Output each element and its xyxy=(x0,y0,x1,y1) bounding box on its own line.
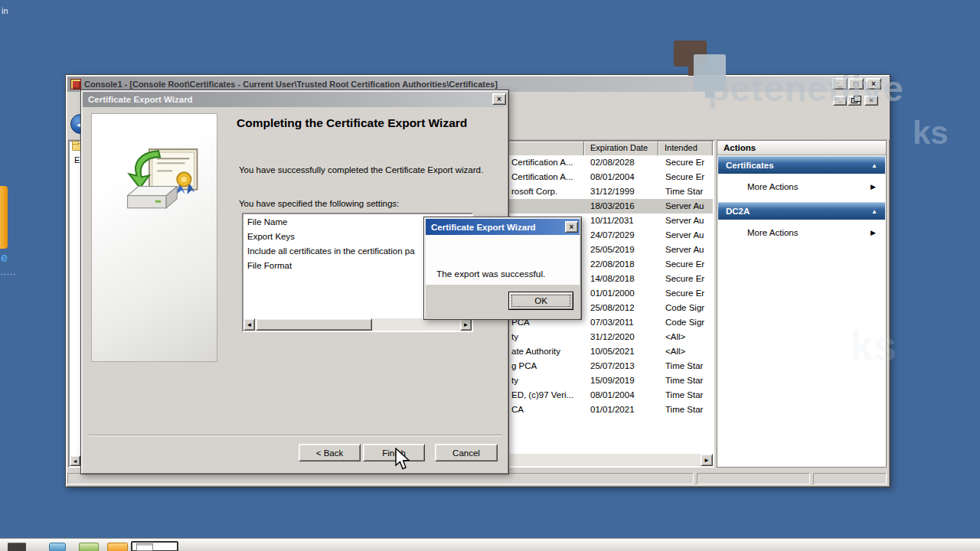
expiration-date-cell: 08/01/2004 xyxy=(590,390,661,399)
issued-by-fragment: ED, (c)97 Veri... xyxy=(511,390,583,399)
wizard-title-bar[interactable]: Certificate Export Wizard xyxy=(83,92,507,107)
expiration-date-cell: 24/07/2029 xyxy=(590,230,661,240)
intended-purposes-cell: <All> xyxy=(665,332,713,341)
child-restore-button[interactable] xyxy=(848,96,861,106)
child-close-button[interactable]: × xyxy=(864,96,878,106)
maximize-button[interactable]: □ xyxy=(848,78,864,90)
expiration-date-cell: 25/08/2012 xyxy=(590,303,661,312)
issued-by-fragment: ty xyxy=(511,332,583,341)
expiration-date-cell: 22/08/2018 xyxy=(590,259,661,269)
internet-quicklaunch-icon[interactable] xyxy=(49,543,66,551)
collapse-chevron-icon[interactable]: ▲ xyxy=(871,162,877,169)
desktop-partial-icon[interactable] xyxy=(0,186,8,249)
intended-purposes-cell: Server Au xyxy=(665,245,713,254)
scroll-right-icon[interactable]: ► xyxy=(701,454,713,466)
issued-by-fragment: rosoft Corp. xyxy=(511,187,583,196)
desktop-icon-dots-label: ..... xyxy=(1,267,16,276)
taskbar[interactable] xyxy=(0,538,980,551)
console-window-title: Console1 - [Console Root\Certificates - … xyxy=(84,80,498,89)
intended-purposes-cell: Time Star xyxy=(665,405,713,414)
intended-purposes-cell: Time Star xyxy=(665,187,713,196)
ok-button[interactable]: OK xyxy=(508,292,573,310)
status-bar-segment xyxy=(67,473,694,484)
export-success-dialog: Certificate Export Wizard × The export w… xyxy=(423,217,582,320)
more-actions-dc2a[interactable]: More Actions ▶ xyxy=(718,220,885,246)
intended-purposes-cell: Server Au xyxy=(665,216,713,225)
status-bar-segment xyxy=(813,473,887,484)
wizard-body-text: You have successfully completed the Cert… xyxy=(239,165,485,177)
msgbox-close-icon[interactable]: × xyxy=(565,221,578,233)
expiration-date-cell: 02/08/2028 xyxy=(590,158,661,167)
more-actions-label: More Actions xyxy=(747,228,798,237)
wizard-close-icon[interactable]: × xyxy=(492,93,506,105)
expiration-date-cell: 31/12/2020 xyxy=(590,332,661,341)
intended-purposes-cell: Secure Er xyxy=(665,172,713,181)
column-header-expiration-date[interactable]: Expiration Date xyxy=(584,142,658,155)
expiration-date-cell: 14/08/2018 xyxy=(590,274,661,283)
console-taskbar-button[interactable] xyxy=(131,541,178,551)
expiration-date-cell: 01/01/2021 xyxy=(590,405,661,414)
scrollbar-thumb[interactable] xyxy=(256,318,372,331)
intended-purposes-cell: Time Star xyxy=(665,361,713,370)
actions-group-certificates[interactable]: Certificates ▲ xyxy=(718,156,885,174)
intended-purposes-cell: Secure Er xyxy=(665,158,713,167)
actions-group-label: Certificates xyxy=(726,161,774,170)
issued-by-fragment: CA xyxy=(511,405,583,414)
wizard-graphic-panel xyxy=(91,113,217,362)
expiration-date-cell: 18/03/2016 xyxy=(590,201,661,210)
msgbox-content: The export was successful. xyxy=(426,235,580,285)
expiration-date-cell: 01/01/2000 xyxy=(590,289,661,298)
collapse-chevron-icon[interactable]: ▲ xyxy=(871,208,877,215)
watermark-fragment: ks xyxy=(913,115,949,152)
scroll-right-icon[interactable]: ► xyxy=(460,318,472,331)
msgbox-title-bar[interactable]: Certificate Export Wizard xyxy=(426,219,580,235)
expiration-date-cell: 15/09/2019 xyxy=(590,376,661,385)
more-actions-arrow-icon: ▶ xyxy=(871,183,876,191)
close-button[interactable]: × xyxy=(866,78,881,90)
intended-purposes-cell: <All> xyxy=(665,347,713,356)
intended-purposes-cell: Secure Er xyxy=(665,274,713,283)
intended-purposes-cell: Code Sigr xyxy=(665,318,713,327)
expiration-date-cell: 10/11/2031 xyxy=(590,216,661,225)
wizard-separator xyxy=(89,435,502,436)
expiration-date-cell: 31/12/1999 xyxy=(590,187,661,196)
wizard-title: Certificate Export Wizard xyxy=(88,95,193,104)
expiration-date-cell: 07/03/2011 xyxy=(590,318,661,327)
actions-group-dc2a[interactable]: DC2A ▲ xyxy=(718,202,885,220)
mmc-console-icon xyxy=(70,79,81,90)
back-button[interactable]: < Back xyxy=(299,444,361,461)
intended-purposes-cell: Secure Er xyxy=(665,289,713,298)
msgbox-message: The export was successful. xyxy=(436,269,545,279)
actions-pane: Actions Certificates ▲ More Actions ▶ DC… xyxy=(717,140,887,468)
cancel-button[interactable]: Cancel xyxy=(435,444,498,461)
actions-pane-title: Actions xyxy=(717,141,886,155)
minimize-button[interactable]: _ xyxy=(832,78,848,90)
intended-purposes-cell: Time Star xyxy=(665,376,713,385)
expiration-date-cell: 08/01/2004 xyxy=(590,172,661,181)
intended-purposes-cell: Code Sigr xyxy=(665,303,713,312)
actions-group-label: DC2A xyxy=(726,207,750,216)
child-minimize-button[interactable]: _ xyxy=(833,96,847,106)
start-button-icon[interactable] xyxy=(8,543,26,551)
desktop-icon-e-label: e xyxy=(1,251,8,265)
tree-node-label: E xyxy=(74,155,80,165)
tree-scroll-left-icon[interactable]: ◄ xyxy=(70,455,80,466)
folder-quicklaunch-icon[interactable] xyxy=(107,543,128,551)
wizard-settings-label: You have specified the following setting… xyxy=(239,198,485,210)
expiration-date-cell: 25/07/2013 xyxy=(590,361,661,370)
intended-purposes-cell: Server Au xyxy=(665,230,713,240)
column-header-intended[interactable]: Intended xyxy=(658,142,713,155)
intended-purposes-cell: Time Star xyxy=(665,390,713,399)
more-actions-certificates[interactable]: More Actions ▶ xyxy=(718,174,885,200)
listbox-horizontal-scrollbar[interactable]: ◄ ► xyxy=(243,318,472,331)
mouse-cursor xyxy=(394,448,410,471)
desktop: in e ..... Console1 - [Console Root\Cert… xyxy=(0,0,980,551)
status-bar-segment xyxy=(697,473,810,484)
intended-purposes-cell: Server Au xyxy=(665,201,713,210)
issued-by-fragment: ate Authority xyxy=(511,347,583,356)
issued-by-fragment: g PCA xyxy=(511,361,583,370)
media-quicklaunch-icon[interactable] xyxy=(79,543,99,551)
issued-by-fragment: ty xyxy=(511,376,583,385)
scroll-left-icon[interactable]: ◄ xyxy=(243,318,255,331)
issued-by-fragment: Certification A... xyxy=(511,158,583,167)
